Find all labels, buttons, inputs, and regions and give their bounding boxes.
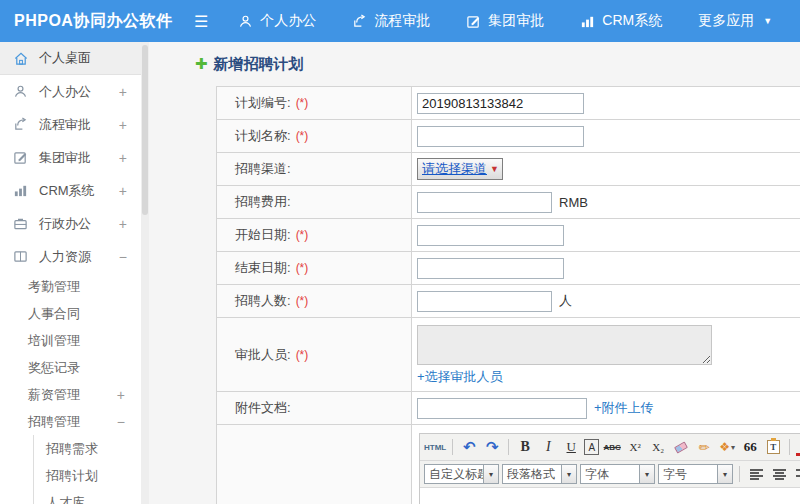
sidebar-item-admin-office[interactable]: 行政办公 + — [0, 207, 141, 240]
sidebar-item-workflow-approval[interactable]: 流程审批 + — [0, 108, 141, 141]
paragraph-format-select[interactable]: 段落格式▾ — [502, 464, 577, 484]
field-label: 计划编号: — [235, 94, 291, 112]
sidebar-scrollbar[interactable] — [141, 42, 149, 504]
approvers-textarea[interactable] — [417, 325, 712, 365]
collapse-minus-icon[interactable]: − — [117, 414, 125, 430]
form-row-headcount: 招聘人数:(*) 人 — [217, 285, 800, 318]
form-row-plan-name: 计划名称:(*) — [217, 120, 800, 153]
briefcase-icon — [13, 216, 30, 232]
sidebar-subitem-hr-contract[interactable]: 人事合同 — [0, 300, 141, 327]
bold-button[interactable]: B — [515, 437, 535, 457]
app-logo[interactable]: PHPOA协同办公软件 — [0, 11, 178, 32]
expand-plus-icon[interactable]: + — [119, 117, 127, 133]
select-approvers-link[interactable]: +选择审批人员 — [417, 368, 503, 386]
sidebar-subitem-label: 奖惩记录 — [28, 359, 80, 377]
required-mark: (*) — [296, 348, 309, 362]
expand-plus-icon[interactable]: + — [119, 84, 127, 100]
required-mark: (*) — [296, 294, 309, 308]
expand-plus-icon[interactable]: + — [119, 216, 127, 232]
sidebar-subitem-training[interactable]: 培训管理 — [0, 327, 141, 354]
font-family-select[interactable]: 字体▾ — [580, 464, 655, 484]
paste-icon[interactable]: T — [763, 437, 783, 457]
sidebar-subitem-attendance[interactable]: 考勤管理 — [0, 273, 141, 300]
sidebar-item-label: 流程审批 — [39, 116, 119, 134]
sidebar-subitem-recruit-plan[interactable]: 招聘计划 — [34, 462, 141, 489]
edit-icon — [466, 14, 481, 29]
sidebar-item-personal-desktop[interactable]: 个人桌面 — [0, 42, 141, 75]
editor-content-area[interactable] — [420, 488, 800, 504]
expand-plus-icon[interactable]: + — [117, 387, 125, 403]
font-color-button[interactable]: A — [796, 439, 800, 456]
align-center-icon[interactable] — [769, 464, 789, 484]
sidebar-subitem-talent-pool[interactable]: 人才库 — [34, 489, 141, 504]
field-label: 计划名称: — [235, 127, 291, 145]
edit-icon — [13, 150, 30, 166]
form-row-recruit-cost: 招聘费用: RMB — [217, 186, 800, 219]
currency-suffix: RMB — [559, 195, 588, 210]
hamburger-icon[interactable]: ☰ — [194, 12, 208, 31]
scrollbar-thumb[interactable] — [142, 45, 148, 215]
form-row-end-date: 结束日期:(*) — [217, 252, 800, 285]
topmenu-label: 更多应用 — [698, 12, 754, 30]
channel-select[interactable]: 请选择渠道 ▼ — [417, 158, 503, 180]
plan-number-input[interactable] — [417, 93, 584, 114]
undo-icon[interactable]: ↶ — [459, 437, 479, 457]
attachment-upload-link[interactable]: +附件上传 — [594, 399, 654, 417]
italic-button[interactable]: I — [538, 437, 558, 457]
sidebar-subitem-salary[interactable]: 薪资管理+ — [0, 381, 141, 408]
sidebar-subitem-rewards[interactable]: 奖惩记录 — [0, 354, 141, 381]
end-date-input[interactable] — [417, 258, 564, 279]
format-brush-icon[interactable]: ✏ — [694, 437, 714, 457]
unit-suffix: 人 — [559, 292, 572, 310]
redo-icon[interactable]: ↷ — [482, 437, 502, 457]
form-row-start-date: 开始日期:(*) — [217, 219, 800, 252]
attachment-input[interactable] — [417, 398, 587, 419]
align-left-icon[interactable] — [746, 464, 766, 484]
font-style-button[interactable]: A — [584, 439, 599, 455]
sidebar-item-group-approval[interactable]: 集团审批 + — [0, 141, 141, 174]
headcount-input[interactable] — [417, 291, 552, 312]
topmenu-workflow-approval[interactable]: 流程审批 — [352, 12, 430, 30]
sidebar-item-personal-office[interactable]: 个人办公 + — [0, 75, 141, 108]
field-label: 招聘渠道: — [235, 160, 291, 178]
start-date-input[interactable] — [417, 225, 564, 246]
chart-icon — [580, 14, 595, 29]
editor-toolbar-row2: 自定义标题▾ 段落格式▾ 字体▾ 字号▾ ∞ ∞ — [420, 461, 800, 488]
subscript-button[interactable]: X₂ — [648, 437, 668, 457]
plan-name-input[interactable] — [417, 126, 584, 147]
blockquote-button[interactable]: 66 — [740, 437, 760, 457]
caret-down-icon: ▾ — [731, 443, 735, 452]
html-source-button[interactable]: HTML — [424, 437, 446, 457]
sidebar-item-label: 个人办公 — [39, 83, 119, 101]
form-row-attachment: 附件文档: +附件上传 — [217, 392, 800, 425]
underline-button[interactable]: U — [561, 437, 581, 457]
sidebar-subitem-recruit-demand[interactable]: 招聘需求 — [34, 435, 141, 462]
superscript-button[interactable]: X² — [625, 437, 645, 457]
collapse-minus-icon[interactable]: − — [119, 249, 127, 265]
user-icon — [238, 14, 253, 29]
form-row-plan-number: 计划编号:(*) — [217, 87, 800, 120]
topmenu-more-apps[interactable]: 更多应用 ▼ — [698, 12, 772, 30]
strikethrough-button[interactable]: ABC — [602, 437, 622, 457]
quick-format-icon[interactable]: ❖▾ — [717, 437, 737, 457]
font-size-select[interactable]: 字号▾ — [658, 464, 733, 484]
field-label: 招聘人数: — [235, 292, 291, 310]
topmenu-personal-office[interactable]: 个人办公 — [238, 12, 316, 30]
expand-plus-icon[interactable]: + — [119, 183, 127, 199]
custom-heading-select[interactable]: 自定义标题▾ — [424, 464, 499, 484]
sidebar-item-human-resources[interactable]: 人力资源 − — [0, 240, 141, 273]
form-row-richtext: HTML ↶ ↷ B I U A ABC X² — [217, 425, 800, 504]
topmenu-crm-system[interactable]: CRM系统 — [580, 12, 662, 30]
sidebar-subitem-label: 招聘需求 — [46, 440, 98, 458]
topmenu-group-approval[interactable]: 集团审批 — [466, 12, 544, 30]
recruit-cost-input[interactable] — [417, 192, 552, 213]
field-label: 开始日期: — [235, 226, 291, 244]
expand-plus-icon[interactable]: + — [119, 150, 127, 166]
eraser-icon[interactable] — [671, 437, 691, 457]
form-row-approvers: 审批人员:(*) +选择审批人员 — [217, 318, 800, 392]
sidebar-subitem-recruit-mgmt[interactable]: 招聘管理− — [0, 408, 141, 435]
caret-down-icon: ▼ — [763, 16, 772, 26]
sidebar-item-crm-system[interactable]: CRM系统 + — [0, 174, 141, 207]
align-right-icon[interactable] — [792, 464, 800, 484]
topmenu-label: CRM系统 — [602, 12, 662, 30]
